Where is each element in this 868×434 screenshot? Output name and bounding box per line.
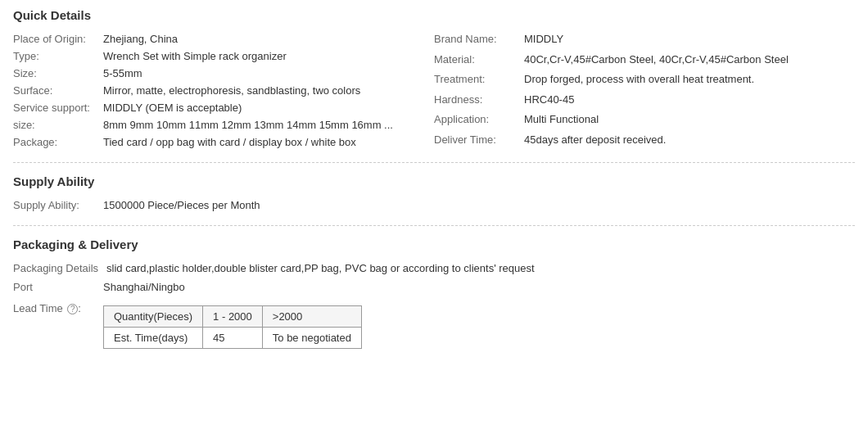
detail-row: Material: 40Cr,Cr-V,45#Carbon Steel, 40C…: [434, 51, 855, 71]
detail-value: HRC40-45: [524, 91, 855, 111]
detail-value: Multi Functional: [524, 111, 855, 131]
pkg-detail-row: Packaging Details slid card,plastic hold…: [13, 260, 535, 277]
detail-value: Tied card / opp bag with card / display …: [103, 133, 434, 151]
detail-value: Wrench Set with Simple rack organizer: [103, 47, 434, 65]
detail-row: Deliver Time: 45days after deposit recei…: [434, 131, 855, 151]
quick-details-left-col: Place of Origin: Zhejiang, China Type: W…: [13, 30, 434, 151]
detail-row: Application: Multi Functional: [434, 111, 855, 131]
detail-row: Service support: MIDDLY (OEM is acceptab…: [13, 99, 434, 116]
detail-value: 8mm 9mm 10mm 11mm 12mm 13mm 14mm 15mm 16…: [103, 116, 434, 133]
pkg-value: slid card,plastic holder,double blister …: [106, 260, 535, 277]
supply-ability-row: Supply Ability: 1500000 Piece/Pieces per…: [13, 197, 855, 214]
lead-time-data-cell: To be negotiated: [262, 328, 361, 349]
pkg-label: Port: [13, 278, 103, 296]
lead-time-row: Lead Time ?: Quantity(Pieces)1 - 2000>20…: [13, 300, 855, 351]
pkg-label: Packaging Details: [13, 260, 106, 277]
quick-details-grid: Place of Origin: Zhejiang, China Type: W…: [13, 30, 855, 151]
lead-time-header-cell: Quantity(Pieces): [104, 306, 203, 328]
packaging-delivery-section: Packaging & Delivery Packaging Details s…: [13, 237, 855, 351]
detail-row: Place of Origin: Zhejiang, China: [13, 30, 434, 47]
quick-details-right-col: Brand Name: MIDDLY Material: 40Cr,Cr-V,4…: [434, 30, 855, 151]
detail-label: Application:: [434, 111, 524, 131]
detail-label: Size:: [13, 65, 103, 82]
detail-row: Surface: Mirror, matte, electrophoresis,…: [13, 82, 434, 99]
supply-ability-section: Supply Ability Supply Ability: 1500000 P…: [13, 174, 855, 214]
detail-label: Deliver Time:: [434, 131, 524, 151]
detail-row: Hardness: HRC40-45: [434, 91, 855, 111]
lead-time-label: Lead Time ?:: [13, 300, 103, 351]
supply-ability-label: Supply Ability:: [13, 197, 103, 214]
lead-time-header-cell: >2000: [262, 306, 361, 328]
packaging-delivery-title: Packaging & Delivery: [13, 237, 855, 251]
packaging-rows: Packaging Details slid card,plastic hold…: [13, 260, 535, 297]
lead-time-header-cell: 1 - 2000: [203, 306, 263, 328]
detail-label: Treatment:: [434, 70, 524, 91]
detail-value: MIDDLY: [524, 30, 855, 51]
detail-label: Package:: [13, 133, 103, 151]
lead-time-data-cell: 45: [203, 328, 263, 349]
quick-details-title: Quick Details: [13, 8, 855, 22]
detail-row: Treatment: Drop forged, process with ove…: [434, 70, 855, 91]
pkg-value: Shanghai/Ningbo: [103, 278, 185, 296]
detail-value: 5-55mm: [103, 65, 434, 82]
detail-label: Brand Name:: [434, 30, 524, 51]
detail-row: Brand Name: MIDDLY: [434, 30, 855, 51]
detail-value: Zhejiang, China: [103, 30, 434, 47]
detail-label: size:: [13, 116, 103, 133]
detail-value: 40Cr,Cr-V,45#Carbon Steel, 40Cr,Cr-V,45#…: [524, 51, 855, 71]
detail-row: Type: Wrench Set with Simple rack organi…: [13, 47, 434, 65]
detail-label: Place of Origin:: [13, 30, 103, 47]
lead-time-table-container: Quantity(Pieces)1 - 2000>2000Est. Time(d…: [103, 300, 362, 351]
detail-label: Material:: [434, 51, 524, 71]
quick-details-section: Quick Details Place of Origin: Zhejiang,…: [13, 8, 855, 151]
detail-label: Type:: [13, 47, 103, 65]
detail-value: 45days after deposit received.: [524, 131, 855, 151]
detail-label: Service support:: [13, 99, 103, 116]
pkg-detail-row: Port Shanghai/Ningbo: [13, 278, 535, 296]
detail-row: size: 8mm 9mm 10mm 11mm 12mm 13mm 14mm 1…: [13, 116, 434, 133]
detail-row: Package: Tied card / opp bag with card /…: [13, 133, 434, 151]
lead-time-icon[interactable]: ?: [67, 304, 78, 314]
detail-value: Drop forged, process with overall heat t…: [524, 70, 855, 91]
detail-row: Size: 5-55mm: [13, 65, 434, 82]
supply-ability-title: Supply Ability: [13, 174, 855, 188]
divider-1: [13, 162, 855, 163]
detail-value: Mirror, matte, electrophoresis, sandblas…: [103, 82, 434, 99]
detail-value: MIDDLY (OEM is acceptable): [103, 99, 434, 116]
supply-ability-value: 1500000 Piece/Pieces per Month: [103, 197, 260, 214]
detail-label: Hardness:: [434, 91, 524, 111]
detail-label: Surface:: [13, 82, 103, 99]
divider-2: [13, 225, 855, 226]
lead-time-data-cell: Est. Time(days): [104, 328, 203, 349]
lead-time-table: Quantity(Pieces)1 - 2000>2000Est. Time(d…: [103, 305, 362, 349]
